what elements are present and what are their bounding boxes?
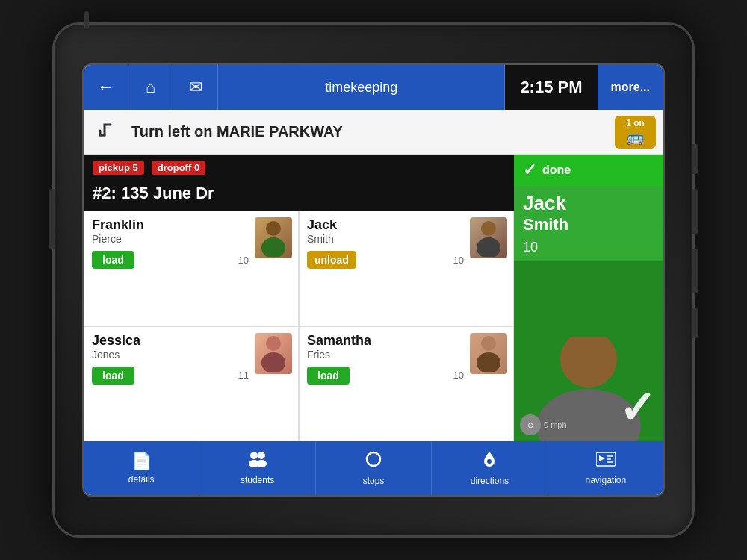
dropoff-badge: dropoff 0 xyxy=(152,161,205,175)
message-button[interactable]: ✉ xyxy=(173,65,218,110)
load-button-jessica[interactable]: load xyxy=(92,367,134,385)
right-bot2-button[interactable] xyxy=(692,308,698,338)
right-bot-button[interactable] xyxy=(692,249,698,293)
svg-point-8 xyxy=(560,337,617,388)
students-icon xyxy=(248,451,267,472)
svg-point-10 xyxy=(250,452,258,459)
svg-point-5 xyxy=(261,352,285,372)
svg-rect-16 xyxy=(596,452,616,466)
current-time: 2:15 PM xyxy=(505,65,597,110)
navigation-icon xyxy=(596,451,616,472)
details-label: details xyxy=(128,474,155,485)
top-nav: ← ⌂ ✉ timekeeping 2:15 PM more... xyxy=(84,65,663,110)
right-panel: ✓ done Jack Smith 10 ✓ xyxy=(514,155,663,441)
students-label: students xyxy=(241,475,274,485)
svg-point-2 xyxy=(481,221,496,236)
right-top-button[interactable] xyxy=(692,144,698,174)
done-bar[interactable]: ✓ done xyxy=(514,155,663,186)
student-number-jessica: 11 xyxy=(238,370,249,381)
svg-point-3 xyxy=(477,237,500,257)
navigation-label: navigation xyxy=(585,475,626,485)
stops-label: stops xyxy=(363,476,385,486)
student-number-jack: 10 xyxy=(453,255,464,266)
home-button[interactable]: ⌂ xyxy=(128,65,173,110)
right-mid-button[interactable] xyxy=(692,189,698,234)
left-panel: pickup 5 dropoff 0 #2: 135 June Dr Fra xyxy=(84,155,514,441)
nav-directions[interactable]: directions xyxy=(432,441,548,495)
back-button[interactable]: ← xyxy=(84,65,128,110)
student-card-samantha[interactable]: Samantha Fries xyxy=(299,326,514,442)
device-shell: ← ⌂ ✉ timekeeping 2:15 PM more... xyxy=(52,22,695,538)
students-grid: Franklin Pierce xyxy=(84,211,514,441)
unload-button-jack[interactable]: unload xyxy=(307,251,356,269)
student-card-jack[interactable]: Jack Smith xyxy=(299,211,514,326)
bottom-nav: 📄 details students xyxy=(84,441,663,495)
svg-point-0 xyxy=(266,221,281,236)
bus-count: 1 on xyxy=(626,119,645,128)
svg-point-13 xyxy=(256,460,267,467)
student-photo-jack xyxy=(470,217,507,258)
svg-point-14 xyxy=(367,452,380,466)
student-photo-jessica xyxy=(255,333,292,374)
timekeeping-button[interactable]: timekeeping xyxy=(218,65,505,110)
student-number-samantha: 10 xyxy=(453,370,464,381)
directions-icon xyxy=(481,450,498,473)
svg-point-6 xyxy=(481,336,496,351)
stop-address: #2: 135 June Dr xyxy=(84,181,514,211)
speed-circle-icon: ⊙ xyxy=(520,414,541,435)
speed-indicator: ⊙ 0 mph xyxy=(520,414,567,435)
bus-badge: 1 on 🚌 xyxy=(615,116,656,149)
nav-stops[interactable]: stops xyxy=(316,441,432,495)
student-card-franklin[interactable]: Franklin Pierce xyxy=(84,211,299,326)
detail-student-photo: ✓ ⊙ 0 mph xyxy=(514,261,663,441)
directions-label: directions xyxy=(471,476,509,486)
app-screen: ← ⌂ ✉ timekeeping 2:15 PM more... xyxy=(84,65,663,495)
svg-point-15 xyxy=(487,459,492,464)
student-card-jessica[interactable]: Jessica Jones xyxy=(84,326,299,442)
svg-point-11 xyxy=(258,452,265,459)
stop-header: pickup 5 dropoff 0 xyxy=(84,155,514,181)
load-button-samantha[interactable]: load xyxy=(307,367,350,385)
done-check-icon: ✓ xyxy=(523,161,536,180)
svg-point-4 xyxy=(266,336,281,351)
details-icon: 📄 xyxy=(131,452,152,471)
detail-student-name: Jack Smith xyxy=(514,186,663,238)
main-content: pickup 5 dropoff 0 #2: 135 June Dr Fra xyxy=(84,155,663,441)
stops-icon xyxy=(365,450,382,473)
screen-bezel: ← ⌂ ✉ timekeeping 2:15 PM more... xyxy=(82,63,665,497)
svg-point-7 xyxy=(477,352,500,372)
detail-student-number: 10 xyxy=(514,238,663,261)
timekeeping-label: timekeeping xyxy=(325,80,397,96)
direction-instruction: Turn left on MARIE PARKWAY xyxy=(131,123,615,140)
student-number-franklin: 10 xyxy=(238,255,249,266)
nav-details[interactable]: 📄 details xyxy=(84,441,199,495)
turn-icon xyxy=(91,116,124,149)
speed-label: 0 mph xyxy=(544,420,567,429)
big-check-icon: ✓ xyxy=(619,382,656,434)
more-button[interactable]: more... xyxy=(598,65,663,110)
svg-point-1 xyxy=(261,237,285,257)
student-photo-franklin xyxy=(255,217,292,258)
student-photo-samantha xyxy=(470,333,507,374)
left-side-button[interactable] xyxy=(49,189,55,249)
done-label: done xyxy=(542,164,571,177)
pickup-badge: pickup 5 xyxy=(93,161,144,175)
nav-navigation[interactable]: navigation xyxy=(548,441,663,495)
antenna xyxy=(84,11,89,28)
nav-students[interactable]: students xyxy=(199,441,315,495)
bus-icon: 🚌 xyxy=(626,128,645,146)
direction-bar: Turn left on MARIE PARKWAY 1 on 🚌 xyxy=(84,110,663,155)
load-button-franklin[interactable]: load xyxy=(92,251,134,269)
